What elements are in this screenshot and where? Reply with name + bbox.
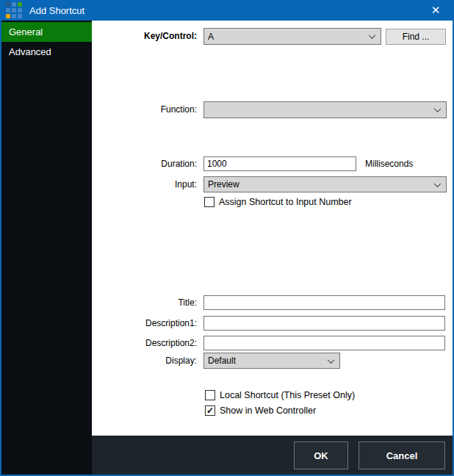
- description2-label: Description2:: [145, 336, 197, 350]
- close-icon: ✕: [431, 4, 441, 17]
- tab-label: General: [9, 26, 43, 37]
- web-controller-label: Show in Web Controller: [220, 405, 316, 416]
- sidebar-item-general[interactable]: General: [1, 22, 92, 42]
- find-button[interactable]: Find ...: [386, 29, 446, 45]
- close-button[interactable]: ✕: [419, 0, 453, 21]
- display-label: Display:: [165, 353, 197, 369]
- key-control-label: Key/Control:: [144, 28, 197, 45]
- duration-input[interactable]: [203, 156, 356, 171]
- input-value: Preview: [208, 179, 239, 190]
- input-dropdown[interactable]: Preview: [203, 176, 447, 192]
- local-shortcut-checkbox-row: Local Shortcut (This Preset Only): [205, 390, 355, 400]
- input-label: Input:: [175, 176, 197, 192]
- function-dropdown[interactable]: [203, 101, 447, 118]
- sidebar-item-advanced[interactable]: Advanced: [1, 42, 92, 62]
- assign-shortcut-label: Assign Shortcut to Input Number: [219, 197, 352, 207]
- local-shortcut-checkbox[interactable]: [205, 390, 215, 400]
- milliseconds-label: Milliseconds: [365, 156, 413, 171]
- display-value: Default: [208, 356, 236, 366]
- chevron-down-icon: [369, 32, 376, 39]
- key-control-dropdown[interactable]: A: [203, 28, 381, 45]
- chevron-down-icon: [434, 105, 442, 112]
- local-shortcut-label: Local Shortcut (This Preset Only): [220, 390, 355, 400]
- general-panel: Key/Control: A Find ... Function: Durati…: [92, 21, 453, 436]
- add-shortcut-dialog: Add Shortcut ✕ General Advanced Key/Cont…: [0, 0, 454, 476]
- sidebar: General Advanced: [1, 21, 92, 475]
- display-dropdown[interactable]: Default: [203, 353, 340, 369]
- description2-input[interactable]: [203, 336, 445, 350]
- duration-label: Duration:: [161, 156, 197, 171]
- app-icon: [6, 2, 22, 18]
- chevron-down-icon: [434, 180, 442, 187]
- title-input[interactable]: [203, 295, 445, 310]
- window-title: Add Shortcut: [29, 5, 84, 16]
- titlebar: Add Shortcut ✕: [1, 0, 453, 21]
- key-control-value: A: [208, 32, 214, 42]
- checkmark-icon: ✓: [206, 406, 214, 415]
- description1-input[interactable]: [203, 316, 445, 331]
- ok-button[interactable]: OK: [294, 441, 348, 469]
- web-controller-checkbox-row: ✓ Show in Web Controller: [205, 405, 316, 416]
- web-controller-checkbox[interactable]: ✓: [205, 405, 215, 416]
- description1-label: Description1:: [145, 316, 197, 331]
- assign-shortcut-checkbox[interactable]: [204, 197, 215, 207]
- title-label: Title:: [178, 295, 197, 310]
- cancel-button[interactable]: Cancel: [358, 441, 445, 469]
- function-label: Function:: [161, 101, 197, 118]
- assign-shortcut-checkbox-row: Assign Shortcut to Input Number: [204, 197, 352, 207]
- chevron-down-icon: [328, 356, 335, 364]
- tab-label: Advanced: [9, 46, 51, 57]
- footer-bar: OK Cancel: [92, 436, 453, 475]
